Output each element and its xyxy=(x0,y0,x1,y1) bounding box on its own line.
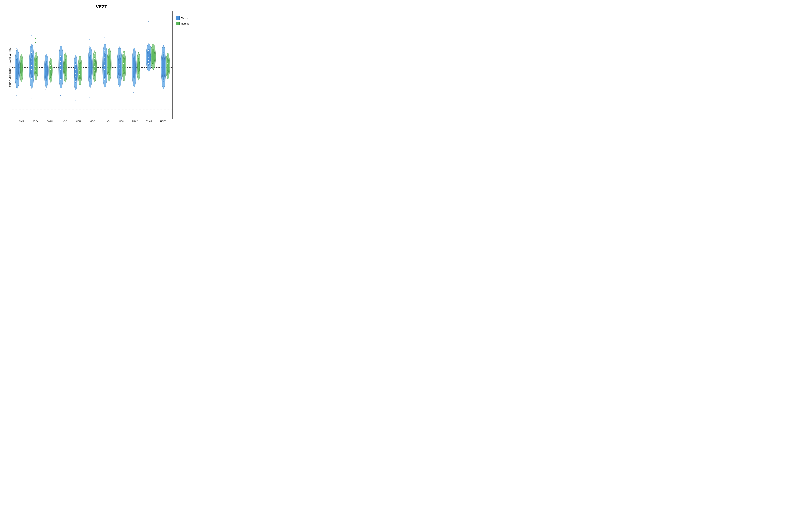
x-label-blca: BLCA xyxy=(14,120,29,122)
svg-rect-174 xyxy=(134,92,134,93)
svg-rect-49 xyxy=(35,54,36,55)
svg-rect-215 xyxy=(167,56,168,56)
svg-rect-98 xyxy=(75,81,75,82)
chart-title: VEZT xyxy=(96,4,107,9)
svg-rect-124 xyxy=(94,58,95,59)
svg-rect-106 xyxy=(79,70,80,71)
svg-rect-155 xyxy=(119,72,119,72)
svg-rect-17 xyxy=(16,56,17,57)
svg-point-84 xyxy=(64,59,66,76)
svg-rect-128 xyxy=(94,74,94,75)
svg-rect-46 xyxy=(31,99,32,99)
svg-rect-211 xyxy=(163,96,163,97)
svg-rect-186 xyxy=(148,54,149,54)
svg-rect-67 xyxy=(50,61,51,61)
svg-rect-190 xyxy=(148,67,149,67)
chart-container: VEZT mRNA Expression (RNASeq V2, log2) xyxy=(8,4,195,122)
svg-rect-87 xyxy=(65,64,65,65)
svg-rect-54 xyxy=(35,38,36,39)
svg-rect-55 xyxy=(35,42,36,43)
plot-area: 13 12 11 10 9 8 xyxy=(12,11,172,119)
svg-rect-160 xyxy=(123,53,124,54)
x-label-thca: THCA xyxy=(142,120,156,122)
svg-rect-23 xyxy=(16,77,17,78)
svg-rect-161 xyxy=(123,59,124,59)
svg-rect-189 xyxy=(148,63,149,64)
svg-rect-170 xyxy=(134,67,134,67)
svg-rect-184 xyxy=(148,46,149,47)
svg-rect-41 xyxy=(31,61,32,62)
svg-rect-89 xyxy=(65,72,65,72)
svg-rect-60 xyxy=(46,67,46,68)
svg-rect-135 xyxy=(104,61,105,62)
svg-rect-53 xyxy=(35,70,36,71)
svg-rect-103 xyxy=(79,58,80,58)
svg-rect-38 xyxy=(31,47,32,47)
svg-rect-191 xyxy=(148,22,149,22)
svg-rect-43 xyxy=(31,69,32,70)
svg-rect-145 xyxy=(109,64,109,65)
svg-point-35 xyxy=(30,53,33,79)
svg-rect-105 xyxy=(79,67,80,67)
svg-rect-203 xyxy=(163,45,163,46)
svg-rect-69 xyxy=(50,69,51,70)
svg-rect-133 xyxy=(104,50,105,51)
svg-rect-195 xyxy=(153,50,153,51)
svg-rect-143 xyxy=(109,56,109,57)
y-axis-label: mRNA Expression (RNASeq V2, log2) xyxy=(8,11,11,122)
svg-rect-19 xyxy=(16,64,17,65)
svg-rect-31 xyxy=(21,69,21,70)
x-axis-labels: BLCA BRCA COAD HNSC KICH KIRC LUAD LUSC … xyxy=(12,120,172,122)
svg-rect-218 xyxy=(167,67,168,67)
svg-rect-80 xyxy=(60,73,61,73)
legend-normal-label: Normal xyxy=(181,22,189,25)
svg-point-176 xyxy=(138,58,140,74)
legend-normal: Normal xyxy=(176,22,191,25)
svg-rect-62 xyxy=(46,74,46,75)
chart-body: mRNA Expression (RNASeq V2, log2) xyxy=(8,11,195,122)
svg-rect-217 xyxy=(167,63,168,64)
svg-rect-198 xyxy=(153,60,153,61)
svg-rect-88 xyxy=(65,68,65,69)
svg-rect-125 xyxy=(94,62,95,63)
svg-rect-181 xyxy=(138,71,138,72)
x-label-brca: BRCA xyxy=(29,120,43,122)
svg-rect-162 xyxy=(123,63,124,64)
svg-rect-81 xyxy=(60,79,61,80)
svg-rect-96 xyxy=(75,73,75,74)
svg-rect-61 xyxy=(46,71,46,71)
svg-rect-208 xyxy=(163,70,163,71)
svg-rect-115 xyxy=(90,63,90,64)
svg-rect-197 xyxy=(153,57,153,58)
svg-rect-206 xyxy=(163,62,163,63)
svg-rect-37 xyxy=(31,42,32,43)
svg-rect-111 xyxy=(90,39,90,40)
svg-rect-29 xyxy=(21,61,21,62)
svg-rect-42 xyxy=(31,65,32,66)
x-label-kirc: KIRC xyxy=(85,120,99,122)
svg-rect-209 xyxy=(163,74,163,75)
svg-rect-147 xyxy=(109,73,109,73)
svg-rect-108 xyxy=(79,78,80,79)
svg-rect-154 xyxy=(119,68,119,69)
svg-rect-119 xyxy=(90,81,90,82)
svg-rect-25 xyxy=(16,95,17,96)
x-label-hnsc: HNSC xyxy=(57,120,71,122)
svg-rect-177 xyxy=(138,55,139,56)
svg-rect-178 xyxy=(138,60,139,60)
svg-rect-64 xyxy=(46,90,46,90)
svg-rect-146 xyxy=(109,68,109,69)
svg-rect-120 xyxy=(90,97,90,97)
svg-rect-99 xyxy=(75,88,75,88)
plot-svg: 13 12 11 10 9 8 xyxy=(12,11,172,119)
svg-rect-179 xyxy=(138,64,139,64)
svg-rect-212 xyxy=(163,110,163,110)
legend: Tumor Normal xyxy=(172,11,195,122)
svg-rect-153 xyxy=(119,64,119,65)
svg-point-214 xyxy=(167,58,169,74)
svg-rect-79 xyxy=(60,69,61,70)
svg-rect-157 xyxy=(119,82,119,82)
svg-rect-167 xyxy=(134,50,134,51)
svg-rect-21 xyxy=(16,70,17,71)
svg-rect-20 xyxy=(16,67,17,68)
